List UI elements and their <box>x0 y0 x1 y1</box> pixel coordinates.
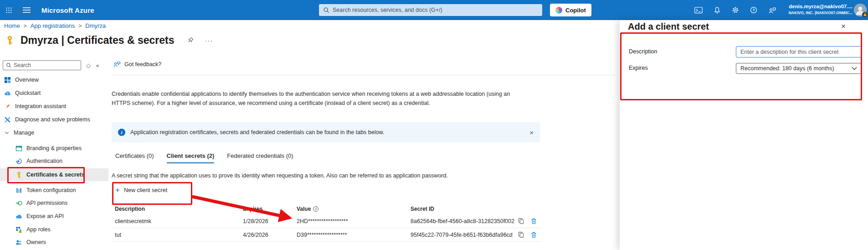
secret-id: 95f45c22-7079-45fe-b651-f63b6dfa96cd <box>411 232 518 238</box>
info-icon: i <box>118 129 125 136</box>
client-secret-description-text: A secret string that the application use… <box>112 172 448 179</box>
topbar: Microsoft Azure Copilot ? denis.myrza@na… <box>0 0 868 20</box>
sidebar-search-input[interactable] <box>14 62 78 68</box>
breadcrumb-separator: > <box>24 23 27 29</box>
account-info[interactable]: denis.myrza@nakivo07.... NAKIVO, INC. (N… <box>789 3 853 16</box>
toolbar-divider <box>112 75 615 75</box>
breadcrumb: Home > App registrations > Dmyrza <box>4 22 106 29</box>
breadcrumb-home[interactable]: Home <box>4 22 20 29</box>
sidebar-search[interactable] <box>3 60 81 70</box>
expires-label: Expires <box>629 65 648 71</box>
blade-sidebar: ◇ « Overview Quickstart Integration assi… <box>0 55 108 250</box>
table-row[interactable]: tut 4/26/2026 D39****************** 95f4… <box>112 228 542 242</box>
tab-client-secrets[interactable]: Client secrets (2) <box>167 152 215 163</box>
sidebar-item-diagnose[interactable]: Diagnose and solve problems <box>0 113 108 126</box>
sidebar-search-row: ◇ « <box>3 60 99 70</box>
search-icon <box>323 7 329 13</box>
new-client-secret-button[interactable]: + New client secret <box>115 187 167 193</box>
more-actions-icon[interactable]: ··· <box>205 36 213 44</box>
chevron-down-icon <box>852 67 857 70</box>
expires-dropdown[interactable]: Recommended: 180 days (6 months) <box>736 63 862 74</box>
collapse-menu-icon[interactable]: « <box>96 62 99 69</box>
new-client-secret-label: New client secret <box>124 187 167 193</box>
feedback-label: Got feedback? <box>124 61 161 68</box>
banner-close-icon[interactable]: × <box>529 129 534 136</box>
sidebar-item-authentication[interactable]: Authentication <box>0 155 108 167</box>
copilot-icon <box>555 7 562 14</box>
account-email: denis.myrza@nakivo07.... <box>789 3 853 10</box>
add-client-secret-panel: Add a client secret × Description Expire… <box>620 20 868 250</box>
delete-icon[interactable] <box>530 231 537 238</box>
sidebar-group-manage[interactable]: Manage <box>0 126 108 139</box>
secret-description: tut <box>112 232 243 238</box>
feedback-icon[interactable] <box>768 7 776 14</box>
lock-badge-icon <box>862 12 868 17</box>
sidebar-item-branding[interactable]: Branding & properties <box>0 142 108 155</box>
col-value: Valuei <box>297 206 411 212</box>
settings-gear-icon[interactable] <box>732 6 739 14</box>
global-search-input[interactable] <box>333 7 538 13</box>
tab-bar: Certificates (0) Client secrets (2) Fede… <box>115 152 293 163</box>
secret-value: 2HD****************** <box>297 218 411 224</box>
breadcrumb-separator: > <box>78 23 82 29</box>
pin-icon[interactable] <box>187 37 194 44</box>
topbar-icons: ? <box>694 0 776 20</box>
description-field[interactable] <box>736 46 862 57</box>
secret-expires: 4/26/2026 <box>243 232 297 238</box>
client-secrets-table: Description Expires Valuei Secret ID cli… <box>112 203 542 242</box>
breadcrumb-app[interactable]: Dmyrza <box>85 22 106 29</box>
feedback-icon <box>113 61 121 68</box>
secret-description: clientsecretmk <box>112 218 243 224</box>
hamburger-menu-icon[interactable] <box>23 7 31 13</box>
secret-id: 8a62564b-fbef-4560-a8c8-31282350f002 <box>411 218 518 224</box>
page-title: Dmyrza | Certificates & secrets <box>21 34 175 47</box>
value-info-icon[interactable]: i <box>313 206 318 212</box>
expires-selected-value: Recommended: 180 days (6 months) <box>740 65 834 72</box>
notifications-bell-icon[interactable] <box>714 6 721 14</box>
description-label: Description <box>629 48 657 55</box>
blade-content: Got feedback? Credentials enable confide… <box>108 55 620 250</box>
account-tenant: NAKIVO, INC. (NAKIVO07.ONMIC... <box>789 10 853 16</box>
table-row[interactable]: clientsecretmk 1/28/2026 2HD************… <box>112 214 542 228</box>
app-launcher-icon[interactable] <box>6 7 12 13</box>
delete-icon[interactable] <box>530 218 537 224</box>
feedback-button[interactable]: Got feedback? <box>113 61 161 68</box>
portal-title[interactable]: Microsoft Azure <box>41 6 94 14</box>
sidebar-item-expose-api[interactable]: Expose an API <box>0 210 108 223</box>
copy-icon[interactable] <box>518 231 524 238</box>
plus-icon: + <box>115 187 120 193</box>
info-banner: i Application registration certificates,… <box>112 122 540 142</box>
key-icon <box>5 36 15 45</box>
page-header: Dmyrza | Certificates & secrets ··· <box>5 33 213 47</box>
search-icon <box>6 62 11 68</box>
copilot-label: Copilot <box>565 7 586 14</box>
table-header-row: Description Expires Valuei Secret ID <box>112 203 542 214</box>
col-description: Description <box>112 206 243 212</box>
panel-close-icon[interactable]: × <box>841 22 846 31</box>
secret-value: D39****************** <box>297 232 411 238</box>
copy-icon[interactable] <box>518 218 524 224</box>
tab-federated-credentials[interactable]: Federated credentials (0) <box>227 152 293 163</box>
help-icon[interactable]: ? <box>750 6 757 14</box>
credentials-intro-text: Credentials enable confidential applicat… <box>112 89 525 108</box>
sidebar-item-certificates-secrets[interactable]: Certificates & secrets <box>0 168 108 181</box>
topbar-left: Microsoft Azure <box>6 0 94 20</box>
sidebar-item-token-configuration[interactable]: Token configuration <box>0 184 108 197</box>
chevron-down-icon <box>4 130 10 135</box>
avatar[interactable] <box>854 4 867 16</box>
copilot-button[interactable]: Copilot <box>550 4 591 16</box>
sidebar-item-quickstart[interactable]: Quickstart <box>0 87 108 99</box>
cloud-shell-icon[interactable] <box>694 7 703 14</box>
col-expires: Expires <box>243 206 297 212</box>
global-search[interactable] <box>319 4 542 16</box>
svg-text:?: ? <box>752 8 755 12</box>
pin-blade-icon[interactable]: ◇ <box>86 62 91 69</box>
sidebar-item-owners[interactable]: Owners <box>0 236 108 249</box>
sidebar-item-overview[interactable]: Overview <box>0 73 108 86</box>
tab-certificates[interactable]: Certificates (0) <box>115 152 154 163</box>
sidebar-item-api-permissions[interactable]: API permissions <box>0 197 108 209</box>
sidebar-item-app-roles[interactable]: App roles <box>0 223 108 236</box>
info-banner-text: Application registration certificates, s… <box>130 129 384 135</box>
sidebar-item-integration-assistant[interactable]: Integration assistant <box>0 100 108 113</box>
breadcrumb-app-registrations[interactable]: App registrations <box>31 22 75 29</box>
